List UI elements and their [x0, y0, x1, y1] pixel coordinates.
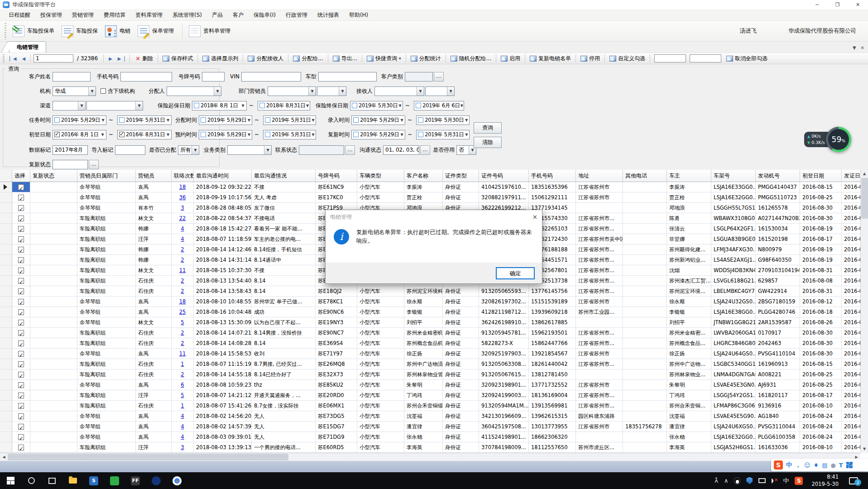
date-checkbox[interactable] [54, 132, 60, 137]
qq-tray-icon[interactable] [734, 477, 740, 484]
row-checkbox[interactable] [18, 184, 24, 190]
maximize-button[interactable]: ❐ [827, 0, 848, 10]
nav-button-快捷查询[interactable]: 快捷查询▾ [364, 54, 404, 63]
contact-count-link[interactable]: 5 [172, 390, 194, 400]
column-header-车辆类型[interactable]: 车辆类型 [357, 170, 404, 182]
row-checkbox[interactable] [18, 278, 24, 284]
column-header-手机号码[interactable]: 手机号码 [529, 170, 576, 182]
import-mark-input[interactable] [115, 145, 145, 155]
table-row[interactable]: 余琴琴组袁禹182018-09-12 09:32:22不接苏E61NC9小型汽车… [0, 182, 868, 192]
taskbar-task-view-icon[interactable] [42, 472, 62, 489]
column-header-联络次数[interactable]: 联络次数 [172, 170, 194, 182]
contact-count-link[interactable]: 1 [172, 359, 194, 369]
contact-count-link[interactable]: 2 [172, 328, 194, 338]
comm-state-input[interactable]: 01, 02, 03, 04, 0 [383, 145, 419, 155]
date-checkbox[interactable] [416, 103, 421, 108]
taskbar-app-ff-icon[interactable]: FF [125, 472, 146, 489]
column-header-号牌号码[interactable]: 号牌号码 [316, 170, 357, 182]
close-button[interactable]: ✕ [848, 0, 868, 10]
row-select-cell[interactable] [12, 307, 30, 317]
contact-state-input[interactable] [299, 145, 344, 155]
task-time-to[interactable]: 2019年 5月31日▼ [117, 115, 172, 125]
column-header-营销员[interactable]: 营销员 [136, 170, 172, 182]
first-reg-to[interactable]: 2016年 8月31日▼ [117, 130, 172, 139]
contact-count-link[interactable]: 11 [172, 349, 194, 359]
row-select-cell[interactable] [12, 422, 30, 431]
date-checkbox[interactable] [418, 117, 423, 123]
column-header-选择[interactable]: 选择 [12, 170, 30, 182]
include-suborg-checkbox[interactable]: 含下级机构 [101, 87, 135, 95]
uncheck-all-button[interactable]: 取消全部勾选 [724, 54, 770, 63]
first-reg-from[interactable]: 2016年 8月 1日▼ [53, 130, 106, 139]
nav-button-随机分配给[interactable]: 随机分配给... [448, 54, 494, 63]
toolbar-button-telemarketing[interactable]: 电销 [102, 24, 135, 39]
row-select-cell[interactable] [12, 349, 30, 359]
menu-item-1[interactable]: 日程提醒 [4, 10, 35, 20]
policy-start-from[interactable]: 2018年 8月 1日▼ [192, 101, 247, 110]
row-checkbox[interactable] [18, 351, 24, 357]
column-header-最后沟通时间[interactable]: 最后沟通时间 [194, 170, 252, 182]
assigned-select[interactable]: 所有▼ [178, 145, 199, 155]
table-row[interactable]: 余琴琴组林文文52018-08-13 15:30:09以为自己很了不起...苏E… [0, 317, 868, 328]
row-checkbox[interactable] [18, 393, 24, 398]
contact-count-link[interactable]: 2 [172, 286, 194, 296]
row-checkbox[interactable] [18, 216, 24, 221]
record-number-input[interactable]: 1 [34, 54, 73, 62]
row-select-cell[interactable] [12, 192, 30, 202]
contact-count-link[interactable]: 25 [172, 307, 194, 317]
menu-item-8[interactable]: 客户 [228, 10, 249, 20]
contact-count-link[interactable]: 11 [172, 265, 194, 275]
date-checkbox[interactable] [418, 132, 423, 137]
column-header-车架号[interactable]: 车架号 [711, 170, 756, 182]
horizontal-scroll-thumb[interactable] [8, 454, 288, 460]
contact-count-link[interactable]: 2 [172, 338, 194, 348]
contact-count-link[interactable]: 2 [172, 276, 194, 286]
toolbar-button-document-manage[interactable]: 资料单管理 [186, 24, 235, 39]
policy-end-from[interactable]: 2019年 5月30日▼ [350, 101, 403, 110]
row-checkbox[interactable] [18, 424, 24, 430]
table-row[interactable]: 余琴琴组袁禹362018-09-19 10:17:56无人 考虑苏E17KC0小… [0, 192, 868, 203]
row-checkbox[interactable] [18, 372, 24, 378]
contact-count-link[interactable]: 2 [172, 255, 194, 265]
punctuation-icon[interactable]: ， [795, 461, 801, 469]
nav-button-分配给[interactable]: 分配给... [290, 54, 326, 63]
scroll-left-icon[interactable]: ◀ [0, 453, 8, 461]
renew-state-input[interactable] [53, 160, 88, 169]
row-select-cell[interactable] [12, 380, 30, 390]
contact-count-link[interactable]: 2 [172, 244, 194, 254]
toolbar-button-policy-manage[interactable]: 保单管理 [135, 24, 178, 39]
row-checkbox[interactable] [18, 320, 24, 326]
row-select-cell[interactable] [12, 442, 30, 452]
date-checkbox[interactable] [352, 103, 357, 108]
table-row[interactable]: 余琴琴组袁禹252018-08-16 10:04:48成功苏E90NC6小型汽车… [0, 307, 868, 317]
sogou-tray-icon[interactable]: S [795, 477, 803, 485]
renew-time-to[interactable]: 2019年 5月31日▼ [416, 130, 470, 139]
column-header-地址[interactable]: 地址 [576, 170, 623, 182]
customer-type-picker[interactable]: … [434, 72, 444, 82]
menu-item-11[interactable]: 统计报表 [312, 10, 344, 20]
column-header-车主[interactable]: 车主 [667, 170, 711, 182]
row-select-cell[interactable] [12, 265, 30, 275]
channel-sub-select[interactable]: ▼ [86, 101, 143, 110]
taskbar-app-chrome-icon[interactable] [167, 472, 187, 489]
table-row[interactable]: 车险离职组石佳庆12018-08-07 15:41:268.7女接，没实际挂苏E… [0, 401, 868, 411]
column-header-初登日期[interactable]: 初登日期 [800, 170, 842, 182]
plate-input[interactable] [202, 72, 225, 82]
customer-type-input[interactable] [405, 72, 433, 82]
contact-count-link[interactable]: 2 [172, 369, 194, 379]
first-record-button[interactable]: ▏◀ [7, 55, 19, 62]
row-select-cell[interactable] [12, 203, 30, 213]
row-checkbox[interactable] [18, 330, 24, 336]
column-header-客户名称[interactable]: 客户名称 [404, 170, 443, 182]
vertical-scrollbar[interactable]: ▲ ▼ [860, 170, 868, 453]
row-checkbox[interactable] [18, 236, 24, 242]
row-select-cell[interactable] [12, 244, 30, 254]
menu-item-3[interactable]: 营销管理 [67, 10, 99, 20]
renew-time-from[interactable]: 2019年 5月29日▼ [351, 130, 405, 139]
row-checkbox[interactable] [18, 268, 24, 273]
last-record-button[interactable]: ▶▕ [115, 55, 127, 62]
row-checkbox[interactable] [18, 257, 24, 263]
contact-count-link[interactable]: 4 [172, 224, 194, 234]
contact-count-link[interactable]: 36 [172, 192, 194, 202]
vertical-scroll-thumb[interactable] [861, 178, 868, 219]
